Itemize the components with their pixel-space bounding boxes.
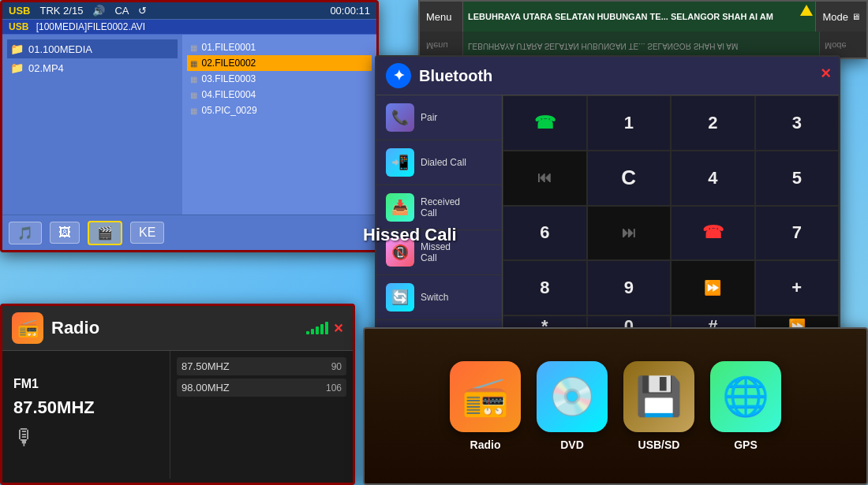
usb-file-list: ▦ 01.FILE0001 ▦ 02.FILE0002 ▦ 03.FILE000… [182,35,376,241]
file-item[interactable]: ▦ 04.FILE0004 [187,87,372,103]
usb-path-bar: USB [100MEDIA]FILE0002.AVI [2,20,376,35]
radio-header: 📻 Radio ✕ [2,306,353,351]
radio-app-label: Radio [470,438,501,451]
clear-button[interactable]: C [587,151,672,206]
missed-label: MissedCall [421,241,451,264]
key-3[interactable]: 3 [755,95,840,151]
station-freq-2: 98.00MHZ [181,382,320,394]
apps-panel: 📻 Radio 💿 DVD 💾 USB/SD 🌐 GPS [363,327,868,485]
station-freq-1: 87.50MHZ [181,360,325,372]
key-5[interactable]: 5 [755,151,840,206]
folder-name: 01.100MEDIA [28,43,92,55]
signal-bars [306,322,328,334]
bluetooth-title: Bluetooth [419,67,492,85]
usb-track: TRK 2/15 [39,5,83,17]
bluetooth-body: 📞 Pair 📲 Dialed Call 📥 ReceivedCall 📵 Mi… [376,95,839,338]
gps-arrow-indicator [800,5,813,16]
gps-app-icon: 🌐 [710,361,781,432]
switch-label: Switch [421,292,448,303]
call-button[interactable]: ☎ [503,95,587,151]
usb-header: USB TRK 2/15 🔊 CA ↺ 00:00:11 [2,2,376,20]
key-4[interactable]: 4 [671,151,755,206]
close-indicator: ✕ [333,321,343,336]
radio-info: FM1 87.50MHZ 🎙 [2,351,170,479]
key-6[interactable]: 6 [503,206,587,261]
next-track-button[interactable]: ⏭ [587,206,672,261]
key-7[interactable]: 7 [755,206,840,261]
dialed-label: Dialed Call [421,157,466,168]
station-num-2: 106 [326,382,342,394]
bt-missed-item[interactable]: 📵 MissedCall [376,230,502,275]
app-gps[interactable]: 🌐 GPS [710,361,781,451]
radio-icon: 📻 [12,312,43,344]
key-1[interactable]: 1 [587,95,672,151]
dvd-app-label: DVD [560,438,584,451]
video-button[interactable]: 🎬 [88,221,122,245]
file-item[interactable]: ▦ 05.PIC_0029 [187,103,372,118]
gps-road-text: LEBUHRAYA UTARA SELATAN HUBUNGAN TE... S… [468,12,773,21]
bluetooth-icon: ✦ [386,63,411,88]
key-8[interactable]: 8 [503,260,587,315]
folder-item[interactable]: 📁 02.MP4 [7,58,178,77]
prev-track-button[interactable]: ⏮ [503,151,587,206]
usbsd-app-icon: 💾 [623,361,694,432]
photo-button[interactable]: 🖼 [50,222,80,244]
radio-title: Radio [51,318,99,338]
switch-icon: 🔄 [386,283,414,312]
bt-switch-item[interactable]: 🔄 Switch [376,275,502,320]
usb-path: [100MEDIA]FILE0002.AVI [36,21,146,32]
gps-panel: Menu LEBUHRAYA UTARA SELATAN HUBUNGAN TE… [418,0,868,59]
file-icon: ▦ [190,59,197,68]
folder-icon: 📁 [10,43,24,55]
radio-frequency: 87.50MHZ [13,397,159,418]
station-row[interactable]: 98.00MHZ 106 [177,379,346,397]
gps-road-display: LEBUHRAYA UTARA SELATAN HUBUNGAN TE... S… [463,2,815,32]
bluetooth-close-button[interactable]: × [821,63,831,84]
usb-label: USB [9,5,30,17]
radio-status: ✕ [306,321,343,336]
fast-forward-button[interactable]: ⏩ [671,260,755,315]
gps-top-bar: Menu LEBUHRAYA UTARA SELATAN HUBUNGAN TE… [420,2,866,32]
bt-dialed-item[interactable]: 📲 Dialed Call [376,140,502,185]
signal-bar-2 [311,329,314,334]
pair-label: Pair [421,112,437,123]
radio-stations-list: 87.50MHZ 90 98.00MHZ 106 [170,351,353,479]
end-call-button[interactable]: ☎ [671,206,755,261]
bluetooth-keypad: ☎ 1 2 3 ⏮ C 4 5 6 ⏭ ☎ 7 8 9 ⏩ + * 0 # ⏩ [503,95,839,338]
signal-bar-4 [320,324,324,334]
bluetooth-sidebar: 📞 Pair 📲 Dialed Call 📥 ReceivedCall 📵 Mi… [376,95,503,338]
station-row[interactable]: 87.50MHZ 90 [177,357,346,375]
folder-name: 02.MP4 [28,62,64,74]
signal-bar-3 [316,326,319,334]
gps-menu-button[interactable]: Menu [420,2,463,32]
gps-mode-label: Mode [822,11,848,23]
key-2[interactable]: 2 [671,95,755,151]
gps-mode-button[interactable]: Mode 🖥 [815,2,866,32]
bt-received-item[interactable]: 📥 ReceivedCall [376,185,502,230]
file-item[interactable]: ▦ 02.FILE0002 [187,55,372,71]
radio-mic-area: 🎙 [13,424,159,453]
gps-menu-label: Menu [426,11,452,23]
music-button[interactable]: 🎵 [9,222,42,244]
file-item[interactable]: ▦ 01.FILE0001 [187,39,372,55]
file-name: 05.PIC_0029 [202,105,257,116]
key-9[interactable]: 9 [587,260,672,315]
gps-app-label: GPS [734,438,758,451]
file-name: 01.FILE0001 [202,42,256,53]
folder-item[interactable]: 📁 01.100MEDIA [7,39,178,58]
app-dvd[interactable]: 💿 DVD [537,361,608,451]
file-icon: ▦ [190,43,197,52]
radio-panel: 📻 Radio ✕ FM1 87.50MHZ 🎙 87.50MHZ 90 [0,304,355,485]
app-usbsd[interactable]: 💾 USB/SD [623,361,694,451]
usb-panel: USB TRK 2/15 🔊 CA ↺ 00:00:11 USB [100MED… [0,0,379,252]
radio-band: FM1 [13,377,159,391]
file-item[interactable]: ▦ 03.FILE0003 [187,71,372,87]
ke-button[interactable]: KE [130,222,164,244]
bt-pair-item[interactable]: 📞 Pair [376,95,502,140]
key-plus[interactable]: + [755,260,840,315]
file-name: 04.FILE0004 [202,89,256,100]
file-icon: ▦ [190,75,197,84]
usb-folder-list: 📁 01.100MEDIA 📁 02.MP4 [2,35,182,241]
app-radio[interactable]: 📻 Radio [450,361,521,451]
usb-content: 📁 01.100MEDIA 📁 02.MP4 ▦ 01.FILE0001 ▦ 0… [2,35,376,241]
